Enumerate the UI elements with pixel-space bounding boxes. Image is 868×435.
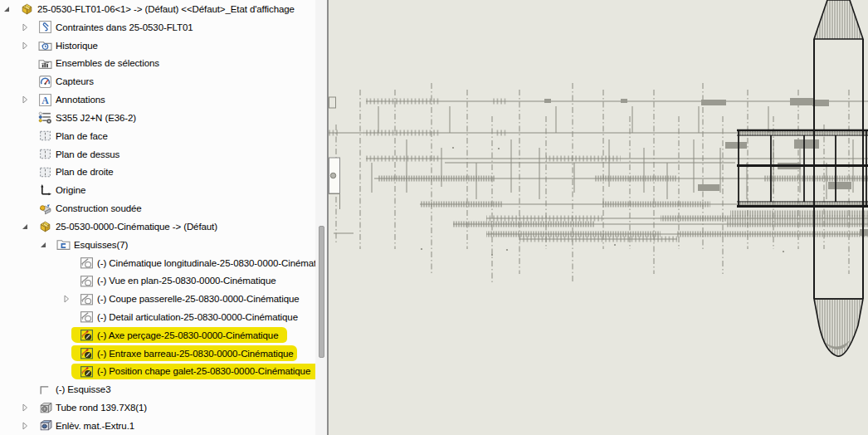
sketch-icon bbox=[80, 310, 94, 324]
sketch-icon bbox=[80, 256, 94, 270]
cad-drawing bbox=[329, 0, 868, 435]
tree-item[interactable]: (-) Esquisse3 bbox=[0, 380, 315, 398]
tree-item[interactable]: Construction soudée bbox=[0, 199, 315, 218]
tree-item[interactable]: Esquisses(7) bbox=[0, 236, 315, 254]
sketch-icon bbox=[80, 292, 94, 306]
feature-tree-panel: 25-0530-FLT01-06<1> -> (Défaut) <<Défaut… bbox=[0, 0, 315, 435]
collapse-arrow-icon[interactable] bbox=[2, 4, 20, 14]
tube-icon bbox=[38, 401, 52, 415]
tree-item-label: Origine bbox=[56, 185, 85, 195]
plane-icon bbox=[38, 147, 52, 161]
tree-item[interactable]: (-) Axe perçage-25-0830-0000-Cinématique bbox=[0, 326, 315, 345]
sensors-icon bbox=[38, 75, 52, 89]
tree-item[interactable]: S355 J2+N (E36-2) bbox=[0, 109, 315, 127]
tree-item-label: Tube rond 139.7X8(1) bbox=[56, 403, 147, 413]
material-icon bbox=[38, 110, 52, 125]
tree-item[interactable]: Origine bbox=[0, 181, 315, 199]
expand-arrow-icon[interactable] bbox=[61, 294, 80, 304]
contour-icon bbox=[38, 383, 52, 397]
origin-icon bbox=[38, 183, 52, 198]
expand-arrow-icon[interactable] bbox=[20, 22, 38, 32]
tree-item-label: Contraintes dans 25-0530-FLT01 bbox=[56, 22, 193, 32]
tree-item-label: Plan de droite bbox=[56, 167, 114, 177]
tree-item-label: Esquisses(7) bbox=[74, 240, 128, 250]
hatch-bands bbox=[329, 99, 868, 242]
assembly-icon bbox=[20, 2, 34, 16]
weldment-icon bbox=[38, 202, 52, 216]
expand-arrow-icon[interactable] bbox=[20, 95, 38, 105]
tree-item[interactable]: Plan de droite bbox=[0, 163, 315, 181]
tree-item-label: Ensembles de sélections bbox=[56, 58, 159, 68]
expand-arrow-icon[interactable] bbox=[20, 403, 38, 413]
expand-arrow-icon[interactable] bbox=[20, 41, 38, 51]
tree-item-label: (-) Axe perçage-25-0830-0000-Cinématique bbox=[97, 330, 278, 340]
tree-item[interactable]: Tube rond 139.7X8(1) bbox=[0, 398, 315, 417]
tree-scrollbar-thumb[interactable] bbox=[319, 226, 324, 358]
tree-item[interactable]: Annotations bbox=[0, 90, 315, 109]
mates-icon bbox=[38, 20, 52, 34]
tree-item[interactable]: (-) Vue en plan-25-0830-0000-Cinématique bbox=[0, 271, 315, 290]
tree-item[interactable]: Historique bbox=[0, 37, 315, 55]
tree-item[interactable]: (-) Position chape galet-25-0830-0000-Ci… bbox=[0, 363, 315, 381]
sketch-colored-icon bbox=[80, 364, 94, 379]
left-edge-fixture bbox=[329, 97, 354, 233]
tree-item-label: (-) Position chape galet-25-0830-0000-Ci… bbox=[97, 366, 310, 376]
tree-item-label: Capteurs bbox=[56, 76, 94, 86]
sketch-colored-icon bbox=[80, 346, 94, 360]
tree-item-label: Enlèv. mat.-Extru.1 bbox=[56, 421, 134, 431]
annotations-icon bbox=[38, 93, 52, 107]
panel-gutter bbox=[315, 0, 327, 435]
tree-item[interactable]: (-) Detail articulation-25-0830-0000-Cin… bbox=[0, 308, 315, 326]
tree-item-label: Annotations bbox=[56, 95, 105, 105]
tree-item[interactable]: Plan de face bbox=[0, 127, 315, 145]
tree-item[interactable]: (-) Entraxe barreau-25-0830-0000-Cinémat… bbox=[0, 345, 315, 363]
extrude-cut-icon bbox=[38, 418, 52, 433]
tree-item[interactable]: Ensembles de sélections bbox=[0, 54, 315, 72]
tree-item-label: Historique bbox=[56, 41, 98, 51]
tree-item[interactable]: 25-0530-FLT01-06<1> -> (Défaut) <<Défaut… bbox=[0, 0, 315, 18]
plane-icon bbox=[38, 165, 52, 179]
tree-item[interactable]: Capteurs bbox=[0, 72, 315, 90]
tree-item-label: Construction soudée bbox=[56, 203, 142, 213]
collapse-arrow-icon[interactable] bbox=[20, 222, 38, 232]
solidworks-window: 25-0530-FLT01-06<1> -> (Défaut) <<Défaut… bbox=[0, 0, 868, 435]
assembly-icon bbox=[38, 219, 52, 233]
tree-item-label: 25-0530-FLT01-06<1> -> (Défaut) <<Défaut… bbox=[37, 4, 295, 14]
tree-item-label: (-) Detail articulation-25-0830-0000-Cin… bbox=[97, 312, 298, 322]
tree-item-label: (-) Cinématique longitudinale-25-0830-00… bbox=[97, 258, 315, 268]
sketch-folder-icon bbox=[56, 237, 71, 252]
tree-item[interactable]: Plan de dessus bbox=[0, 145, 315, 164]
sketch-icon bbox=[80, 274, 94, 288]
vertical-edges bbox=[372, 106, 853, 199]
sketch-colored-icon bbox=[80, 328, 94, 342]
history-icon bbox=[38, 38, 52, 52]
tree-item-label: S355 J2+N (E36-2) bbox=[56, 113, 136, 123]
tree-item-label: (-) Entraxe barreau-25-0830-0000-Cinémat… bbox=[97, 349, 294, 359]
tree-item-label: (-) Esquisse3 bbox=[56, 384, 110, 394]
graphics-viewport[interactable] bbox=[329, 0, 868, 435]
collapse-arrow-icon[interactable] bbox=[38, 240, 56, 250]
plane-icon bbox=[38, 129, 52, 143]
tree-item[interactable]: (-) Cinématique longitudinale-25-0830-00… bbox=[0, 254, 315, 272]
tree-item-label: (-) Vue en plan-25-0830-0000-Cinématique bbox=[97, 276, 276, 286]
tree-item[interactable]: 25-0530-0000-Cinématique -> (Défaut) bbox=[0, 218, 315, 236]
tree-item-label: Plan de face bbox=[56, 131, 108, 141]
tree-item[interactable]: (-) Coupe passerelle-25-0830-0000-Cinéma… bbox=[0, 290, 315, 308]
expand-arrow-icon[interactable] bbox=[20, 421, 38, 431]
tree-item-label: 25-0530-0000-Cinématique -> (Défaut) bbox=[56, 222, 217, 232]
tree-item[interactable]: Contraintes dans 25-0530-FLT01 bbox=[0, 18, 315, 37]
tree-item-label: Plan de dessus bbox=[56, 149, 119, 159]
selection-sets-icon bbox=[38, 56, 52, 71]
tree-item-label: (-) Coupe passerelle-25-0830-0000-Cinéma… bbox=[97, 294, 300, 304]
tree-item[interactable]: Enlèv. mat.-Extru.1 bbox=[0, 417, 315, 435]
vertical-centerlines bbox=[336, 83, 849, 282]
horizontal-lines bbox=[329, 101, 868, 239]
